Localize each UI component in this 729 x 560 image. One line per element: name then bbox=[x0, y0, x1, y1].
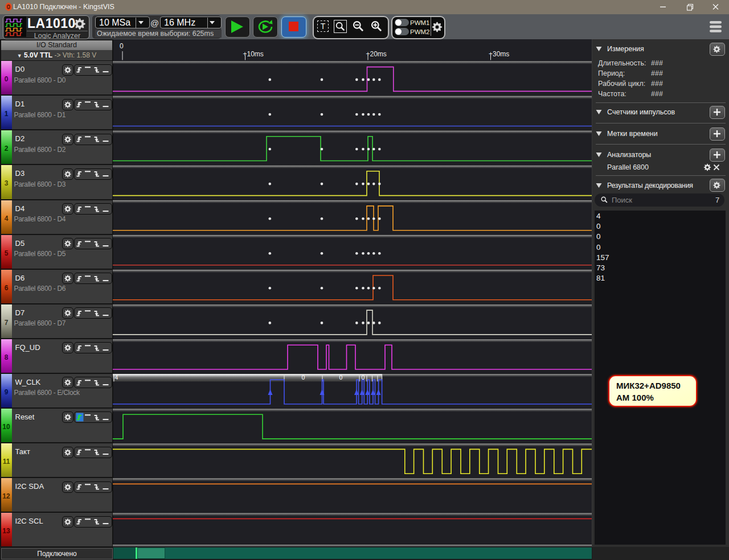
svg-text:0: 0 bbox=[302, 374, 305, 381]
svg-text:0: 0 bbox=[362, 374, 365, 381]
svg-text:0: 0 bbox=[339, 374, 343, 381]
svg-text:4: 4 bbox=[115, 374, 118, 381]
